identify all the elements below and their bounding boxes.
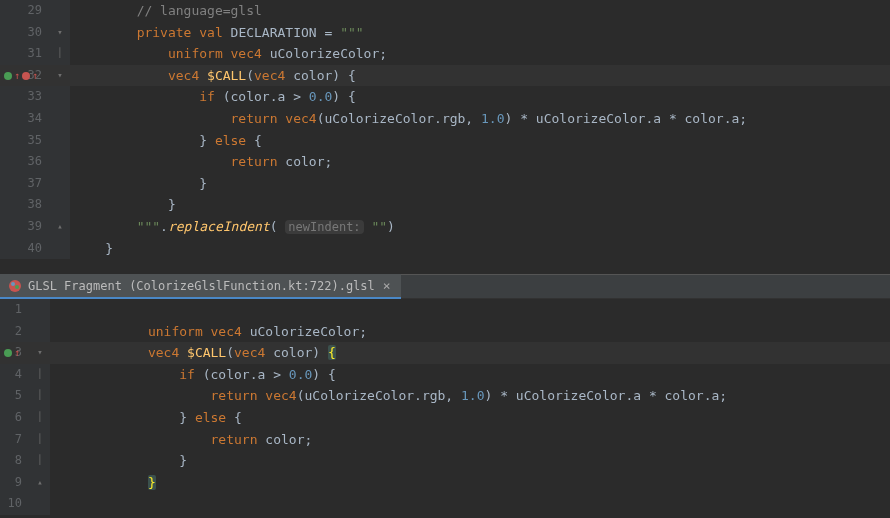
code-line[interactable]: 10 [0, 493, 890, 515]
line-number: 37 [0, 173, 50, 195]
line-number: 30 [0, 22, 50, 44]
chevron-up-icon: ▴ [37, 472, 42, 494]
chevron-down-icon: ▾ [57, 22, 62, 44]
chevron-up-icon: ▴ [57, 216, 62, 238]
code-line[interactable]: 7 │ return color; [0, 429, 890, 451]
matched-brace: { [328, 345, 336, 360]
arrow-up-icon: ↑ [14, 70, 20, 81]
top-editor[interactable]: 29 // language=glsl 30 ▾ private val DEC… [0, 0, 890, 274]
fold-guide-icon: │ [37, 364, 42, 386]
arrow-up-icon: ↑ [32, 70, 38, 81]
fold-gutter[interactable] [30, 299, 50, 321]
fold-gutter[interactable]: │ [30, 407, 50, 429]
fold-gutter[interactable] [30, 493, 50, 515]
fold-gutter[interactable] [50, 173, 70, 195]
fold-gutter[interactable]: │ [50, 43, 70, 65]
fold-gutter[interactable] [50, 108, 70, 130]
code-line[interactable]: 6 │ } else { [0, 407, 890, 429]
fold-guide-icon: │ [37, 385, 42, 407]
line-number: 31 [0, 43, 50, 65]
fold-gutter[interactable] [30, 321, 50, 343]
code-line[interactable]: 37 } [0, 173, 890, 195]
fold-gutter[interactable]: │ [30, 385, 50, 407]
code-line[interactable]: 2 uniform vec4 uColorizeColor; [0, 321, 890, 343]
override-marker-icon[interactable] [22, 72, 30, 80]
code-line-current[interactable]: 32 ▾ vec4 $CALL(vec4 color) { [0, 65, 890, 87]
fold-gutter[interactable] [50, 151, 70, 173]
svg-point-2 [15, 285, 19, 289]
line-number: 38 [0, 194, 50, 216]
code-line[interactable]: 4 │ if (color.a > 0.0) { [0, 364, 890, 386]
inlay-hint[interactable]: newIndent: [285, 220, 363, 234]
code-line[interactable]: 8 │ } [0, 450, 890, 472]
line-number: 7 [0, 429, 30, 451]
svg-point-1 [11, 282, 15, 286]
code-line[interactable]: 1 [0, 299, 890, 321]
tab-title: GLSL Fragment (ColorizeGlslFunction.kt:7… [28, 279, 375, 293]
fold-gutter[interactable]: │ [30, 450, 50, 472]
line-number: 8 [0, 450, 30, 472]
fold-toggle[interactable]: ▾ [30, 342, 50, 364]
matched-brace: } [148, 475, 156, 490]
fold-toggle[interactable]: ▴ [30, 472, 50, 494]
line-number: 39 [0, 216, 50, 238]
tab-close-button[interactable]: × [381, 278, 393, 293]
fold-gutter[interactable]: │ [30, 429, 50, 451]
fold-toggle[interactable]: ▾ [50, 65, 70, 87]
fold-guide-icon: │ [37, 429, 42, 451]
code-line[interactable]: 5 │ return vec4(uColorizeColor.rgb, 1.0)… [0, 385, 890, 407]
line-number: 6 [0, 407, 30, 429]
fold-gutter[interactable]: │ [30, 364, 50, 386]
arrow-up-icon: ↑ [14, 347, 20, 358]
fold-gutter[interactable] [50, 130, 70, 152]
code-line[interactable]: 31 │ uniform vec4 uColorizeColor; [0, 43, 890, 65]
glsl-file-icon [8, 279, 22, 293]
code-line[interactable]: 34 return vec4(uColorizeColor.rgb, 1.0) … [0, 108, 890, 130]
fold-toggle[interactable]: ▴ [50, 216, 70, 238]
fold-gutter[interactable] [50, 0, 70, 22]
line-number: 29 [0, 0, 50, 22]
line-number: 10 [0, 493, 30, 515]
fold-gutter[interactable] [50, 194, 70, 216]
fold-guide-icon: │ [57, 43, 62, 65]
run-marker-icon[interactable] [4, 72, 12, 80]
fold-toggle[interactable]: ▾ [50, 22, 70, 44]
code-line[interactable]: 39 ▴ """.replaceIndent( newIndent: "") [0, 216, 890, 238]
line-number: 1 [0, 299, 30, 321]
code-line[interactable]: 29 // language=glsl [0, 0, 890, 22]
line-number: 34 [0, 108, 50, 130]
code-line[interactable]: 36 return color; [0, 151, 890, 173]
gutter-marks[interactable]: ↑ ↑ [0, 65, 50, 87]
comment: // language=glsl [137, 3, 262, 18]
code-line[interactable]: 33 if (color.a > 0.0) { [0, 86, 890, 108]
gutter-marks[interactable]: ↑ [0, 342, 30, 364]
chevron-down-icon: ▾ [37, 342, 42, 364]
line-number: 9 [0, 472, 30, 494]
fold-gutter[interactable] [50, 238, 70, 260]
line-number: 5 [0, 385, 30, 407]
fold-gutter[interactable] [50, 86, 70, 108]
run-marker-icon[interactable] [4, 349, 12, 357]
svg-point-0 [9, 280, 21, 292]
line-number: 35 [0, 130, 50, 152]
chevron-down-icon: ▾ [57, 65, 62, 87]
code-line[interactable]: 35 } else { [0, 130, 890, 152]
line-number: 4 [0, 364, 30, 386]
code-line[interactable]: 9 ▴ } [0, 472, 890, 494]
fold-guide-icon: │ [37, 450, 42, 472]
code-line[interactable]: 40 } [0, 238, 890, 260]
line-number: 36 [0, 151, 50, 173]
editor-tab-bar[interactable]: GLSL Fragment (ColorizeGlslFunction.kt:7… [0, 274, 890, 299]
code-line[interactable]: 38 } [0, 194, 890, 216]
editor-tab-active[interactable]: GLSL Fragment (ColorizeGlslFunction.kt:7… [0, 274, 401, 299]
line-number: 33 [0, 86, 50, 108]
line-number: 2 [0, 321, 30, 343]
code-line[interactable]: 30 ▾ private val DECLARATION = """ [0, 22, 890, 44]
fold-guide-icon: │ [37, 407, 42, 429]
code-line-current[interactable]: 3 ▾ vec4 $CALL(vec4 color) { [0, 342, 890, 364]
line-number: 40 [0, 238, 50, 260]
bottom-editor[interactable]: 1 2 uniform vec4 uColorizeColor; 3 ▾ vec… [0, 299, 890, 515]
